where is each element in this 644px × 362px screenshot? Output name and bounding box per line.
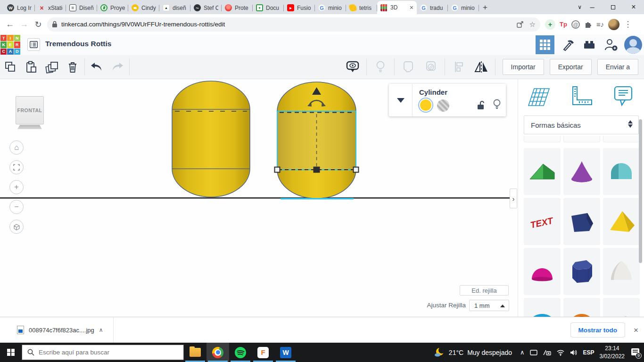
shape-category-select[interactable]: Formas básicas (524, 115, 639, 134)
hole-shape-icon[interactable] (421, 58, 441, 75)
reload-icon[interactable]: ↻ (31, 19, 45, 30)
browser-tab-tetris[interactable]: tetris (346, 1, 377, 14)
visibility-bulb-icon[interactable] (493, 99, 501, 112)
fit-view-button[interactable] (9, 160, 24, 174)
fusion360-icon[interactable]: F (252, 343, 274, 362)
shape-tile-text[interactable]: TEXT (524, 198, 561, 245)
workplane-tool-icon[interactable] (525, 85, 551, 110)
browser-tab-stef-c[interactable]: Stef C (190, 1, 222, 14)
file-explorer-icon[interactable] (184, 343, 206, 362)
undo-icon[interactable] (86, 58, 107, 75)
scale-handle-center[interactable] (314, 167, 320, 173)
tab-close-icon[interactable]: × (410, 4, 413, 11)
lock-open-icon[interactable] (477, 100, 485, 112)
music-list-icon[interactable]: ≡♪ (596, 20, 604, 28)
clock[interactable]: 23:14 3/02/2022 (600, 345, 625, 360)
browser-menu-icon[interactable]: ⋮ (624, 19, 632, 29)
browser-profile-avatar[interactable] (608, 19, 619, 30)
tab-search-icon[interactable]: ∨ (578, 0, 582, 14)
new-tab-button[interactable]: + (483, 3, 487, 12)
weather-widget[interactable]: 21°C Muy despejado (434, 347, 512, 358)
browser-tab-diseñ[interactable]: diseñ (159, 1, 190, 14)
chrome-icon[interactable] (206, 343, 229, 362)
send-to-button[interactable]: Enviar a (597, 59, 638, 75)
tablet-icon[interactable] (530, 349, 537, 356)
shape-tile-partial[interactable] (563, 136, 600, 142)
snap-grid-select[interactable]: 1 mm (469, 300, 509, 311)
home-view-button[interactable]: ⌂ (9, 140, 24, 155)
invite-person-icon[interactable] (603, 36, 619, 53)
browser-tab-minio[interactable]: minio (448, 1, 479, 14)
shape-tile-paraboloid[interactable] (524, 248, 561, 295)
minecraft-pickaxe-icon[interactable] (559, 36, 576, 53)
dashboard-grid-button[interactable] (536, 35, 554, 54)
shape-tile-torus[interactable] (524, 298, 561, 317)
plus-extension-icon[interactable]: + (545, 19, 555, 30)
duplicate-icon[interactable] (41, 58, 62, 75)
shape-tile-tube[interactable] (563, 298, 600, 317)
export-button[interactable]: Exportar (550, 59, 592, 75)
volume-icon[interactable] (570, 349, 578, 356)
browser-tab-fusio[interactable]: Fusio (284, 1, 315, 14)
copy-icon[interactable] (0, 58, 21, 75)
perspective-toggle-button[interactable] (9, 220, 24, 234)
zoom-out-button[interactable]: − (9, 200, 24, 214)
browser-tab-3d[interactable]: 3D× (377, 1, 417, 14)
solid-shape-icon[interactable] (398, 58, 419, 75)
account-avatar[interactable] (624, 36, 642, 54)
word-icon[interactable]: W (274, 343, 297, 362)
wifi-icon[interactable] (556, 349, 565, 356)
bookmark-star-icon[interactable]: ☆ (529, 20, 536, 29)
align-icon[interactable] (448, 58, 469, 75)
close-icon[interactable]: × (623, 3, 644, 11)
spotify-icon[interactable] (229, 343, 252, 362)
view-cube[interactable]: FRONTAL (16, 96, 44, 124)
language-indicator[interactable]: ESP (583, 349, 594, 356)
browser-tab-log-in[interactable]: Log In (4, 1, 35, 14)
design-properties-icon[interactable] (27, 38, 40, 51)
browser-tab-cindy[interactable]: Cindy (128, 1, 159, 14)
extensions-puzzle-icon[interactable] (584, 20, 592, 28)
scale-handle-right[interactable] (354, 167, 359, 173)
tray-expand-icon[interactable]: ∧ (520, 349, 525, 356)
download-caret-icon[interactable]: ∧ (99, 327, 103, 333)
shape-tile-hexagonal-prism[interactable] (563, 248, 600, 295)
notification-center-icon[interactable]: 9 (630, 348, 640, 357)
browser-tab-docu[interactable]: Docu (253, 1, 284, 14)
color-swatch[interactable] (419, 99, 432, 112)
shape-tile-half-sphere[interactable] (603, 248, 640, 295)
shape-tile-scribble[interactable] (603, 298, 640, 317)
share-icon[interactable] (516, 21, 524, 28)
browser-tab-tradu[interactable]: tradu (417, 1, 448, 14)
browser-tab-proye[interactable]: Proye (97, 1, 128, 14)
show-hidden-bulb-icon[interactable] (370, 58, 391, 75)
annotate-icon[interactable] (342, 58, 363, 75)
design-title[interactable]: Tremendous Rottis (45, 40, 111, 48)
capsule-shape-left[interactable] (172, 81, 250, 197)
pen-input-icon[interactable] (543, 349, 551, 356)
delete-icon[interactable] (62, 58, 83, 75)
shape-tile-partial[interactable] (524, 136, 561, 142)
search-input[interactable] (39, 349, 166, 356)
mirror-icon[interactable] (471, 58, 492, 75)
browser-tab-xstatic[interactable]: xStatic (35, 1, 66, 14)
forward-icon[interactable]: → (17, 19, 31, 29)
panel-scrollbar[interactable] (639, 119, 642, 263)
notes-tool-icon[interactable] (612, 85, 634, 110)
show-all-downloads-button[interactable]: Mostrar todo (570, 322, 626, 337)
shape-tile-round-roof[interactable] (603, 148, 640, 195)
shape-tile-pyramid[interactable] (603, 198, 640, 245)
shape-tile-roof[interactable] (524, 148, 561, 195)
hole-swatch[interactable] (437, 99, 449, 112)
at-extension-icon[interactable]: @ (571, 20, 580, 29)
browser-tab-prote[interactable]: Prote (222, 1, 253, 14)
download-item[interactable]: 008974c7f6f823ac....jpg ∧ (13, 322, 107, 338)
panel-collapse-tab[interactable]: › (510, 189, 517, 208)
capsule-shape-selected[interactable] (275, 82, 359, 199)
back-icon[interactable]: ← (3, 19, 17, 29)
tp-extension-icon[interactable]: Tp (560, 21, 567, 28)
redo-icon[interactable] (107, 58, 128, 75)
inspector-collapse-icon[interactable] (389, 84, 413, 116)
restore-icon[interactable] (603, 4, 623, 11)
import-button[interactable]: Importar (503, 59, 544, 75)
